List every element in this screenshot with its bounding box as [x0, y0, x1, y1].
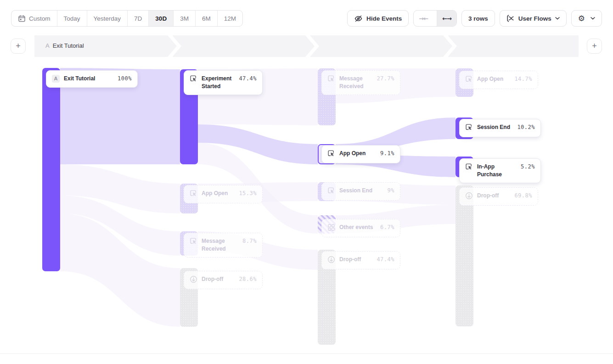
step-label-text: Exit Tutorial [53, 42, 84, 49]
width-toggle: →← ←→ [413, 10, 457, 27]
date-range-label: Today [64, 15, 80, 22]
node-bar-c0-exit-tutorial[interactable] [42, 68, 60, 271]
event-icon [465, 163, 473, 171]
node-card-c1-experiment-started[interactable]: Experiment Started47.4% [184, 70, 263, 95]
step-letter-badge: A [52, 75, 60, 83]
chevron-down-icon [555, 17, 560, 20]
node-bar-c3-drop-off[interactable] [456, 185, 473, 326]
node-card-c2-drop-off[interactable]: Drop-off47.4% [321, 251, 400, 269]
date-range-label: Yesterday [94, 15, 121, 22]
node-card-c2-session-end[interactable]: Session End9% [321, 182, 400, 201]
node-percentage: 8.7% [242, 237, 257, 244]
node-percentage: 9% [388, 187, 394, 194]
node-percentage: 28.6% [239, 275, 257, 282]
date-range-label: Custom [29, 15, 51, 22]
node-label: App Open [477, 75, 510, 83]
flow-link-faint[interactable] [60, 196, 180, 256]
calendar-icon [18, 15, 26, 22]
node-label: Drop-off [202, 275, 235, 283]
node-percentage: 5.2% [521, 163, 535, 170]
node-label: Experiment Started [202, 75, 235, 91]
node-card-c1-message-received[interactable]: Message Received8.7% [184, 233, 263, 258]
node-card-c1-drop-off[interactable]: Drop-off28.6% [184, 271, 263, 289]
expand-arrows-icon: ←→ [442, 15, 451, 22]
add-step-left-button[interactable]: + [11, 39, 26, 54]
rows-button[interactable]: 3 rows [461, 10, 495, 27]
settings-button[interactable]: ⚙ [571, 10, 602, 27]
event-icon [190, 237, 197, 245]
node-card-c2-other-events[interactable]: Other events6.7% [321, 219, 400, 237]
event-icon [465, 75, 473, 83]
node-percentage: 47.4% [239, 75, 257, 82]
other-events-icon [327, 224, 335, 231]
date-range-label: 6M [202, 15, 211, 22]
flow-link-faint[interactable] [60, 213, 180, 327]
date-range-3m[interactable]: 3M [173, 11, 195, 26]
event-icon [327, 75, 335, 83]
event-icon [327, 187, 335, 195]
flow-link-highlight[interactable] [198, 124, 318, 164]
date-range-label: 12M [224, 15, 236, 22]
date-range-30d[interactable]: 30D [148, 11, 173, 26]
event-icon [327, 150, 335, 157]
drop-off-icon [190, 275, 197, 283]
event-icon [190, 75, 197, 83]
bottom-divider [0, 353, 613, 354]
date-range-custom[interactable]: Custom [11, 11, 57, 26]
node-label: Session End [339, 187, 383, 195]
node-percentage: 47.4% [377, 256, 394, 263]
node-card-c2-message-received[interactable]: Message Received27.7% [321, 70, 400, 95]
toolbar: CustomTodayYesterday7D30D3M6M12M Hide Ev… [0, 0, 613, 28]
node-card-c2-app-open[interactable]: App Open9.1% [321, 145, 400, 163]
node-percentage: 69.8% [514, 192, 532, 199]
node-percentage: 10.2% [517, 123, 535, 130]
node-percentage: 9.1% [380, 150, 394, 157]
user-flows-icon [506, 14, 515, 22]
eye-off-icon [354, 14, 363, 23]
add-step-right-button[interactable]: + [587, 39, 602, 54]
step-chevron-bar [34, 35, 579, 57]
date-range-6m[interactable]: 6M [195, 11, 217, 26]
flow-link-faint[interactable] [60, 164, 180, 213]
hide-events-button[interactable]: Hide Events [347, 10, 409, 27]
node-label: Drop-off [339, 256, 372, 263]
node-percentage: 15.3% [239, 190, 257, 196]
node-label: In-App Purchase [477, 163, 517, 179]
date-range-12m[interactable]: 12M [217, 11, 242, 26]
date-range-label: 7D [134, 15, 142, 22]
chevron-down-icon [591, 17, 595, 20]
node-card-c3-in-app-purchase[interactable]: In-App Purchase5.2% [459, 158, 541, 183]
node-percentage: 100% [118, 75, 132, 82]
node-label: Drop-off [477, 192, 510, 200]
date-range-today[interactable]: Today [57, 11, 87, 26]
node-card-c3-app-open[interactable]: App Open14.7% [459, 71, 538, 89]
date-range-group: CustomTodayYesterday7D30D3M6M12M [11, 10, 243, 27]
toolbar-right-group: Hide Events →← ←→ 3 rows User Flows [347, 10, 602, 27]
node-percentage: 14.7% [514, 75, 532, 82]
collapse-columns-button[interactable]: →← [414, 11, 433, 26]
event-icon [465, 123, 473, 131]
node-card-c3-drop-off[interactable]: Drop-off69.8% [459, 187, 538, 206]
event-icon [190, 190, 197, 197]
chart-type-button[interactable]: User Flows [500, 10, 567, 27]
gear-icon: ⚙ [578, 14, 585, 23]
node-card-c3-session-end[interactable]: Session End10.2% [459, 119, 541, 137]
node-label: Other events [339, 224, 376, 231]
node-label: App Open [339, 150, 376, 157]
node-label: Exit Tutorial [64, 75, 113, 83]
date-range-yesterday[interactable]: Yesterday [87, 11, 128, 26]
date-range-label: 30D [155, 15, 167, 22]
expand-columns-button[interactable]: ←→ [437, 11, 456, 26]
collapse-arrows-icon: →← [419, 15, 428, 22]
node-label: Message Received [339, 75, 372, 91]
node-card-c1-app-open[interactable]: App Open15.3% [184, 185, 263, 203]
node-card-c0-exit-tutorial[interactable]: AExit Tutorial100% [46, 70, 138, 88]
node-label: Message Received [202, 237, 238, 253]
chart-type-label: User Flows [518, 15, 551, 22]
rows-label: 3 rows [468, 15, 488, 22]
hide-events-label: Hide Events [366, 15, 402, 22]
node-label: App Open [202, 190, 235, 197]
date-range-7d[interactable]: 7D [127, 11, 148, 26]
node-label: Session End [477, 123, 513, 131]
step-segment-label[interactable]: AExit Tutorial [45, 42, 84, 49]
